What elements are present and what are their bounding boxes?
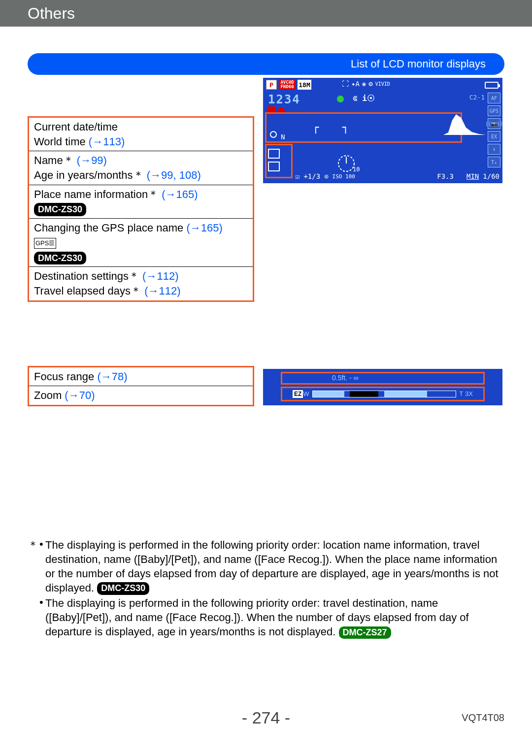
highlight-frame-a <box>265 112 462 143</box>
zoom-track <box>312 391 457 397</box>
gear-icon: ⚙ <box>368 80 372 88</box>
ev-comp-icon: ☑ <box>296 172 299 180</box>
doc-code: VQT4T08 <box>462 712 504 723</box>
lcd-left-icons <box>268 149 280 171</box>
macro-icon: ❀ <box>362 80 366 88</box>
lcd-zoom: 0.5ft. - ∞ EZ W T 3X <box>263 369 502 405</box>
table-row: Current date/timeWorld time (→113) <box>29 118 253 151</box>
page-ref-link[interactable]: (→113) <box>89 135 125 148</box>
remaining-count: 1234 <box>268 93 300 106</box>
page-ref-link[interactable]: (→99, 108) <box>144 169 201 181</box>
lcd-main: P AVCHD FHD60 18M ⛶ ✦A ❀ ⚙ VIVID 1234 ⋐ … <box>263 78 502 183</box>
page-ref-link[interactable]: (→78) <box>97 370 127 383</box>
compass-n: N <box>281 133 285 141</box>
lcd-top-row: P AVCHD FHD60 18M <box>266 80 311 90</box>
zoom-x-label: 3X <box>465 390 473 397</box>
pill-label: List of LCD monitor displays <box>351 58 486 70</box>
table-row: Place name information＊ (→165) DMC-ZS30 <box>29 185 253 219</box>
wt-icon: T↓ <box>488 157 500 167</box>
model-badge: DMC-ZS30 <box>34 203 86 216</box>
page-ref-link[interactable]: (→165) <box>159 188 198 200</box>
af-mode-icon: AF <box>488 93 500 103</box>
min-ss-icon: MIN <box>466 172 479 180</box>
af-corners: ┌┐ <box>312 121 349 130</box>
battery-icon <box>485 82 499 89</box>
section-1: Current date/timeWorld time (→113)Name＊ … <box>28 75 504 302</box>
picture-size-icon: 18M <box>298 80 311 90</box>
page-number: - 274 - <box>242 708 290 727</box>
header-bar: Others <box>0 0 532 27</box>
table-row: Destination settings＊ (→112)Travel elaps… <box>29 267 253 300</box>
metering-icon: ⊙ <box>324 172 328 180</box>
page-ref-link[interactable]: (→165) <box>186 222 222 234</box>
lcd-top-icons: ⛶ ✦A ❀ ⚙ VIVID <box>342 80 390 88</box>
page-footer: - 274 - VQT4T08 <box>0 708 532 727</box>
page-ref-link[interactable]: (→99) <box>74 154 107 166</box>
footnote-list: • The displaying is performed in the fol… <box>39 538 504 640</box>
custom-set-label: C2-1 <box>469 94 485 101</box>
page-ref-link[interactable]: (→70) <box>65 389 95 401</box>
section-pill: List of LCD monitor displays <box>28 53 504 75</box>
lcd-bottom-row: ☑ +1/3 ⊙ ISO 100 F3.3 MIN 1/60 <box>296 172 499 180</box>
focus-range-text: 0.5ft. - ∞ <box>332 374 359 382</box>
aspect-icon <box>268 162 280 171</box>
zoom-seg-3 <box>384 391 427 397</box>
flash-icon: ✦A <box>351 80 360 88</box>
lcd-main-wrap: P AVCHD FHD60 18M ⛶ ✦A ❀ ⚙ VIVID 1234 ⋐ … <box>263 78 504 302</box>
model-badge-zs30: DMC-ZS30 <box>97 582 149 595</box>
iso-value: ISO 100 <box>332 173 355 180</box>
table-focus-zoom: Focus range (→78)Zoom (→70) <box>28 366 254 406</box>
shutter-value: 1/60 <box>483 172 499 180</box>
table-row: Zoom (→70) <box>29 386 253 405</box>
compass-icon <box>270 131 277 138</box>
ev-value: +1/3 <box>303 172 320 180</box>
ez-icon: EZ <box>293 390 303 398</box>
footnotes: ＊ • The displaying is performed in the f… <box>28 538 504 640</box>
gps-edit-icon: GPS☰ <box>34 238 56 249</box>
asterisk: ＊ <box>131 285 141 297</box>
footnote-2: • The displaying is performed in the fol… <box>39 596 504 639</box>
asterisk: ＊ <box>63 154 74 166</box>
lcd-zoom-wrap: 0.5ft. - ∞ EZ W T 3X <box>263 369 504 406</box>
stabilizer-icon: ((📷)) <box>488 118 500 129</box>
date-stamp-icon <box>268 149 280 159</box>
zoom-w-label: W <box>303 390 309 397</box>
lcd-right-col: AF GPS ((📷)) EX ⬍ T↓ <box>488 93 500 167</box>
footnote-2-text: The displaying is performed in the follo… <box>45 597 469 638</box>
zoom-t-label: T <box>459 390 463 397</box>
highlight-frame-focus <box>281 372 485 385</box>
vivid-icon: VIVID <box>375 81 390 87</box>
footnote-1: • The displaying is performed in the fol… <box>39 538 504 595</box>
asterisk: ＊ <box>148 188 159 200</box>
focus-ok-icon <box>337 96 344 102</box>
table-row: Name＊ (→99)Age in years/months＊ (→99, 10… <box>29 151 253 185</box>
wifi-icon: ⋐ i⦿ <box>353 94 375 103</box>
self-timer-icon: 10 <box>332 152 361 175</box>
svg-text:10: 10 <box>353 166 360 172</box>
table-info-overlay: Current date/timeWorld time (→113)Name＊ … <box>28 116 254 302</box>
gps-status-icon: GPS <box>488 105 500 116</box>
quality-icon: ⛶ <box>342 80 349 88</box>
asterisk: ＊ <box>133 169 144 181</box>
ex-icon: EX <box>488 131 500 142</box>
histogram-icon <box>443 110 486 135</box>
zoom-bar: EZ W T 3X <box>293 390 473 398</box>
table-row: Changing the GPS place name (→165) GPS☰D… <box>29 219 253 267</box>
page-ref-link[interactable]: (→112) <box>139 270 178 282</box>
model-badge-zs27: DMC-ZS27 <box>339 626 391 639</box>
aperture-value: F3.3 <box>437 172 454 180</box>
zoom-seg-1 <box>313 391 344 397</box>
model-badge: DMC-ZS30 <box>34 252 86 264</box>
page-ref-link[interactable]: (→112) <box>141 285 180 297</box>
table-row: Focus range (→78) <box>29 367 253 387</box>
mode-p-icon: P <box>266 80 277 90</box>
header-title: Others <box>28 4 75 23</box>
zoom-seg-2 <box>350 391 378 397</box>
section-2: Focus range (→78)Zoom (→70) 0.5ft. - ∞ E… <box>28 366 504 406</box>
level-icon: ⬍ <box>488 144 500 155</box>
footnote-star: ＊ <box>28 538 39 640</box>
asterisk: ＊ <box>129 270 139 282</box>
rec-format-icon: AVCHD FHD60 <box>279 80 296 90</box>
